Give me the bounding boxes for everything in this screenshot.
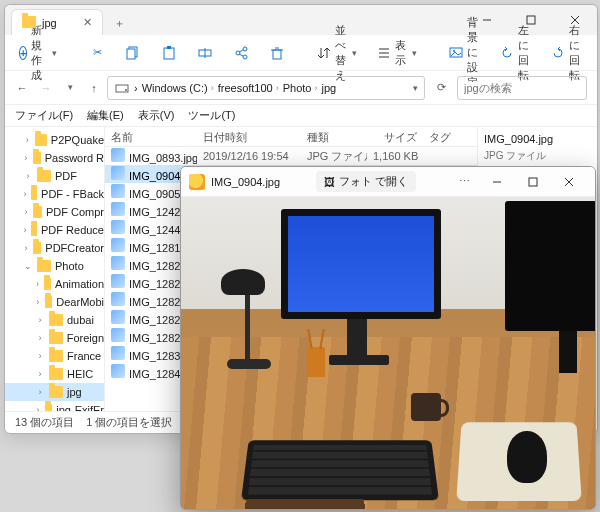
twisty-icon: › [35,369,45,379]
search-input[interactable] [464,82,580,94]
folder-icon [33,152,41,164]
tree-node[interactable]: ⌄Photo [5,257,104,275]
menu-tools[interactable]: ツール(T) [188,108,235,123]
svg-point-26 [125,89,127,91]
folder-icon [45,404,53,411]
tree-label: Foreign [67,332,104,344]
tree-label: jpg [67,386,82,398]
crumb-2[interactable]: Photo› [283,82,318,94]
image-file-icon [111,310,125,324]
preview-filetype: JPG ファイル [484,149,546,163]
svg-point-12 [243,55,247,59]
history-chevron-icon[interactable]: ▾ [413,83,418,93]
preview-filename: IMG_0904.jpg [484,133,553,145]
maximize-icon [528,177,538,187]
back-button[interactable]: ← [15,82,29,94]
col-name[interactable]: 名前 [105,127,197,146]
tree-node[interactable]: ›PDF Compr [5,203,104,221]
breadcrumb[interactable]: › Windows (C:)› freesoft100› Photo› jpg … [107,76,425,100]
minimize-icon [492,177,502,187]
tree-label: France [67,350,101,362]
search-box[interactable] [457,76,587,100]
close-icon [564,177,574,187]
chevron-down-icon: ▾ [52,48,57,58]
column-headers[interactable]: 名前 日付時刻 種類 サイズ タグ [105,127,477,147]
tree-node[interactable]: ›dubai [5,311,104,329]
crumb-0[interactable]: Windows (C:)› [142,82,214,94]
file-row[interactable]: IMG_0893.jpg2019/12/16 19:54JPG ファイル1,16… [105,147,477,165]
rename-button[interactable] [193,42,217,64]
twisty-icon: › [35,297,41,307]
photos-maximize-button[interactable] [515,167,551,197]
tree-label: PDF - FBack [41,188,104,200]
tree-node[interactable]: ›jpg [5,383,104,401]
delete-button[interactable] [265,42,289,64]
tree-node[interactable]: ›Animation [5,275,104,293]
paste-icon [161,45,177,61]
up-button[interactable]: ↑ [87,82,101,94]
photos-more-button[interactable]: ⋯ [451,175,479,188]
tree-node[interactable]: ›jpg-ExifEr [5,401,104,411]
svg-rect-6 [164,48,174,59]
image-file-icon [111,328,125,342]
tree-node[interactable]: ›PDFCreator [5,239,104,257]
menu-edit[interactable]: 編集(E) [87,108,124,123]
tree-node[interactable]: ›P2PQuake [5,131,104,149]
view-button[interactable]: 表示▾ [373,35,421,71]
share-button[interactable] [229,42,253,64]
folder-icon [44,278,51,290]
recent-button[interactable]: ▾ [63,82,77,94]
tree-node[interactable]: ›Foreign [5,329,104,347]
forward-button[interactable]: → [39,82,53,94]
menu-view[interactable]: 表示(V) [138,108,175,123]
set-background-icon [449,45,463,61]
crumb-3[interactable]: jpg [321,82,336,94]
rotate-left-icon [500,45,514,61]
svg-line-13 [239,50,243,52]
tree-label: Photo [55,260,84,272]
photos-close-button[interactable] [551,167,587,197]
col-size[interactable]: サイズ [367,127,423,146]
svg-rect-7 [167,46,171,49]
open-with-label: フォト で開く [339,174,408,189]
tree-node[interactable]: ›HEIC [5,365,104,383]
twisty-icon: › [23,171,33,181]
share-icon [233,45,249,61]
refresh-button[interactable]: ⟳ [431,81,451,94]
chevron-down-icon: ▾ [352,48,357,58]
tree-node[interactable]: ›DearMobi [5,293,104,311]
folder-tree[interactable]: ›P2PQuake›Password R›PDF›PDF - FBack›PDF… [5,127,105,411]
tree-label: Animation [55,278,104,290]
photo-viewport[interactable] [181,197,595,509]
photos-minimize-button[interactable] [479,167,515,197]
photos-small-icon: 🖼 [324,176,335,188]
tree-label: HEIC [67,368,93,380]
image-file-icon [111,256,125,270]
folder-icon [33,242,41,254]
menu-file[interactable]: ファイル(F) [15,108,73,123]
new-tab-button[interactable]: ＋ [107,11,133,35]
close-tab-icon[interactable]: ✕ [83,16,92,29]
crumb-1[interactable]: freesoft100› [218,82,279,94]
tree-node[interactable]: ›France [5,347,104,365]
tree-label: PDF Compr [46,206,104,218]
tree-node[interactable]: ›Password R [5,149,104,167]
tree-node[interactable]: ›PDF - FBack [5,185,104,203]
svg-point-11 [243,47,247,51]
col-date[interactable]: 日付時刻 [197,127,301,146]
col-type[interactable]: 種類 [301,127,367,146]
tree-label: PDF Reduce [41,224,104,236]
tree-node[interactable]: ›PDF Reduce [5,221,104,239]
twisty-icon: › [35,315,45,325]
cut-button[interactable]: ✂ [85,42,109,64]
copy-button[interactable] [121,42,145,64]
rename-icon [197,45,213,61]
image-file-icon [111,184,125,198]
col-tag[interactable]: タグ [423,127,477,146]
tree-node[interactable]: ›PDF [5,167,104,185]
new-icon: + [19,46,27,60]
open-with-photos-button[interactable]: 🖼 フォト で開く [316,171,416,192]
folder-icon [45,296,53,308]
image-file-icon [111,274,125,288]
paste-button[interactable] [157,42,181,64]
